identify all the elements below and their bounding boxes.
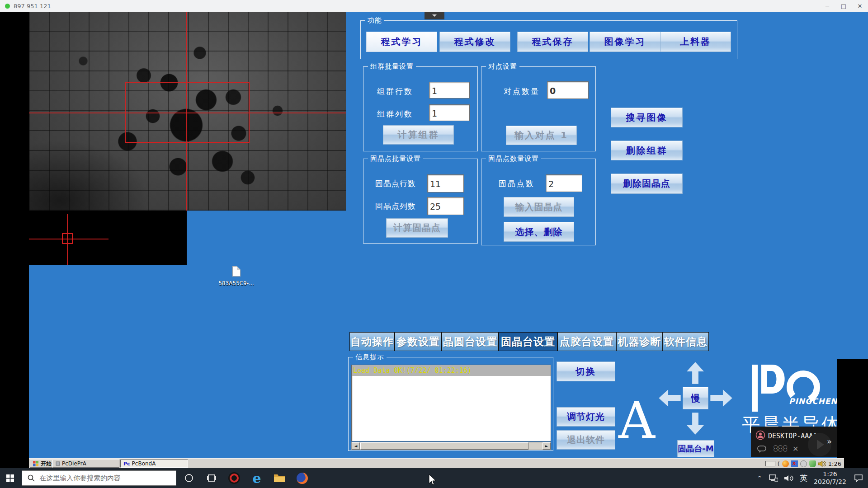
jog-up-arrow[interactable] xyxy=(687,361,704,385)
die-rows-label: 固晶点行数 xyxy=(375,178,416,189)
shield-tray-icon[interactable] xyxy=(809,460,816,467)
select-delete-button[interactable]: 选择、删除 xyxy=(504,222,574,242)
volume-tray-icon[interactable] xyxy=(818,460,826,467)
info-horizontal-scrollbar[interactable]: ◄ ► xyxy=(351,442,551,450)
close-button[interactable]: ✕ xyxy=(852,0,868,12)
right-black-margin xyxy=(837,359,868,458)
search-icon xyxy=(28,474,35,482)
classic-start-button[interactable]: 开始 xyxy=(30,460,55,468)
firefox-browser-icon[interactable] xyxy=(292,468,312,488)
input-align-point-button[interactable]: 输入对点 1 xyxy=(506,126,577,145)
screen: 897 951 121 ─ □ ✕ 583A55C9-... 功能 程式学习 程… xyxy=(0,0,868,488)
win-system-tray: ⌃ 英 1:26 2020/7/22 xyxy=(753,468,868,488)
jog-right-arrow[interactable] xyxy=(709,389,733,407)
search-image-button[interactable]: 搜寻图像 xyxy=(611,108,683,127)
keyboard-tray-icon[interactable] xyxy=(765,461,775,466)
group-cols-input[interactable] xyxy=(429,104,470,121)
task-button-pcdiepra[interactable]: PcDiePrA xyxy=(52,460,119,468)
left-black-margin xyxy=(0,12,29,458)
align-count-label: 对点数量 xyxy=(504,86,540,97)
info-groupbox: 信息提示 Load Data OK!(7/22/ 01:22:16) ◄ ► xyxy=(348,357,553,451)
search-input[interactable] xyxy=(39,474,166,482)
function-group-label: 功能 xyxy=(365,16,384,25)
tab-parameter-settings[interactable]: 参数设置 xyxy=(395,332,442,351)
align-point-groupbox: 对点设置 对点数量 输入对点 1 xyxy=(481,66,596,151)
roi-rectangle xyxy=(125,82,250,143)
calc-die-button[interactable]: 计算固晶点 xyxy=(386,218,448,238)
user-avatar-icon xyxy=(755,430,765,440)
info-listbox[interactable]: Load Data OK!(7/22/ 01:22:16) xyxy=(351,365,551,441)
delete-group-button[interactable]: 删除组群 xyxy=(611,141,683,160)
camera-black-band xyxy=(29,211,187,265)
minimize-button[interactable]: ─ xyxy=(819,0,835,12)
edge-browser-icon[interactable]: e xyxy=(247,468,267,488)
overlay-close-icon[interactable]: ✕ xyxy=(793,445,798,453)
app-taskbar: 开始 PcDiePrA Pc PcBondA ( x 1:26 xyxy=(29,458,844,468)
tab-machine-diagnosis[interactable]: 机器诊断 xyxy=(616,332,663,351)
die-batch-title: 固晶点批量设置 xyxy=(368,155,423,163)
group-rows-input[interactable] xyxy=(429,82,470,99)
task-view-icon[interactable] xyxy=(202,468,222,488)
scroll-left-arrow-icon[interactable]: ◄ xyxy=(352,442,360,450)
app-system-tray: ( x 1:26 xyxy=(765,459,841,469)
network-error-tray-icon[interactable]: x xyxy=(791,460,798,467)
camera-view[interactable] xyxy=(29,12,346,211)
delete-die-button[interactable]: 删除固晶点 xyxy=(611,174,683,194)
start-button[interactable] xyxy=(0,468,20,488)
volume-icon[interactable] xyxy=(781,468,797,488)
image-learn-button[interactable]: 图像学习 xyxy=(590,32,660,52)
screen-recorder-icon[interactable] xyxy=(224,468,244,488)
group-batch-title: 组群批量设置 xyxy=(368,62,416,71)
program-modify-button[interactable]: 程式修改 xyxy=(439,32,510,52)
network-icon[interactable] xyxy=(766,468,781,488)
align-count-input[interactable] xyxy=(547,81,589,99)
maximize-button[interactable]: □ xyxy=(835,0,852,12)
jog-down-arrow[interactable] xyxy=(687,412,704,436)
die-stage-m-button[interactable]: 固晶台-M xyxy=(677,440,714,457)
align-point-title: 对点设置 xyxy=(486,62,519,71)
jog-left-arrow[interactable] xyxy=(658,389,682,407)
die-rows-input[interactable] xyxy=(427,174,464,192)
file-explorer-icon[interactable] xyxy=(269,468,289,488)
switch-button[interactable]: 切换 xyxy=(557,361,615,381)
exit-software-button[interactable]: 退出软件 xyxy=(557,430,615,450)
calc-group-button[interactable]: 计算组群 xyxy=(383,125,454,145)
big-letter-display: A xyxy=(618,398,655,443)
tab-software-info[interactable]: 软件信息 xyxy=(663,332,709,351)
info-message-row[interactable]: Load Data OK!(7/22/ 01:22:16) xyxy=(352,365,551,376)
cortana-icon[interactable] xyxy=(179,468,199,488)
die-count-label: 固晶点数 xyxy=(499,178,535,189)
scrollbar-thumb[interactable] xyxy=(360,442,528,450)
pc-app-icon: Pc xyxy=(123,461,130,467)
action-center-icon[interactable] xyxy=(849,468,868,488)
info-title: 信息提示 xyxy=(353,353,387,361)
tab-auto-operation[interactable]: 自动操作 xyxy=(349,332,395,351)
tab-wafer-stage[interactable]: 晶圆台设置 xyxy=(442,332,499,351)
program-save-button[interactable]: 程式保存 xyxy=(517,32,588,52)
remote-control-overlay: DESKTOP-AAAA ○○○○○○ ✕ » xyxy=(751,427,837,457)
collapse-chevron-button[interactable] xyxy=(425,12,444,19)
die-cols-input[interactable] xyxy=(427,197,464,215)
task-button-pcbonda[interactable]: Pc PcBondA xyxy=(120,460,188,468)
desktop-file-icon[interactable] xyxy=(232,266,241,277)
die-count-input[interactable] xyxy=(546,174,582,192)
windows-flag-icon xyxy=(33,461,39,467)
feeder-button[interactable]: 上料器 xyxy=(660,32,731,52)
jog-speed-button[interactable]: 慢 xyxy=(683,387,708,409)
tray-chevron-up-icon[interactable]: ⌃ xyxy=(753,468,766,488)
clock-tray-icon[interactable] xyxy=(800,460,807,467)
adjust-light-button[interactable]: 调节灯光 xyxy=(557,407,615,427)
language-indicator[interactable]: 英 xyxy=(797,468,811,488)
apps-grid-icon[interactable]: ○○○○○○ xyxy=(774,446,788,451)
tab-dispense-stage[interactable]: 点胶台设置 xyxy=(557,332,616,351)
program-learn-button[interactable]: 程式学习 xyxy=(366,32,437,52)
input-die-button[interactable]: 输入固晶点 xyxy=(504,197,574,217)
logo-brand-text: PINGCHEN xyxy=(789,397,838,406)
clock-tray[interactable]: 1:26 2020/7/22 xyxy=(811,468,849,488)
tab-die-stage[interactable]: 固晶台设置 xyxy=(499,332,557,351)
expand-arrows-icon[interactable]: » xyxy=(827,436,832,446)
chat-icon[interactable] xyxy=(757,446,766,453)
taskbar-search[interactable] xyxy=(22,470,176,486)
flower-tray-icon[interactable] xyxy=(782,460,789,467)
scroll-right-arrow-icon[interactable]: ► xyxy=(542,442,551,450)
